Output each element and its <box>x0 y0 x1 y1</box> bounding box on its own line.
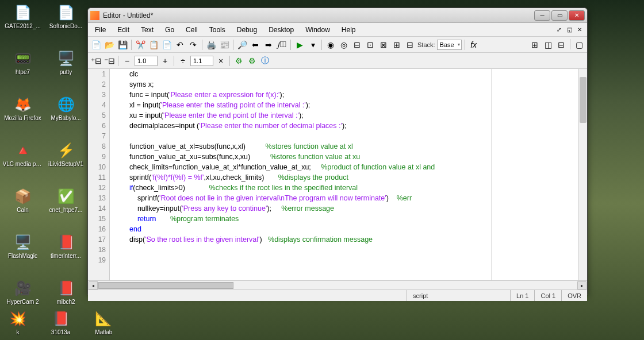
times-icon[interactable]: × <box>215 55 227 67</box>
code-line[interactable] <box>112 255 585 265</box>
desktop-icon[interactable]: 📄SoftonicDo... <box>44 1 87 47</box>
split-v-icon[interactable]: ⊟ <box>555 39 567 51</box>
scroll-right-icon[interactable]: ▸ <box>577 281 586 289</box>
dock-icon[interactable]: ⤢ <box>555 26 563 34</box>
vertical-scrollbar[interactable] <box>578 69 587 280</box>
stack-combo[interactable]: Base <box>437 40 462 50</box>
clear-bp-icon[interactable]: ◎ <box>338 39 350 51</box>
go-back-icon[interactable]: ⬅ <box>250 39 261 51</box>
code-line[interactable]: sprintf('f(%f)*f(%f) = %f',xl,xu,check_l… <box>112 172 585 183</box>
menu-text[interactable]: Text <box>135 24 159 36</box>
code-line[interactable]: func = input('Please enter a expression … <box>112 90 585 100</box>
run-advance-icon[interactable]: ▾ <box>307 39 319 51</box>
exit-debug-icon[interactable]: ⊟ <box>404 39 416 51</box>
minimize-button[interactable]: ─ <box>534 10 550 21</box>
step-out-icon[interactable]: ⊠ <box>378 39 389 51</box>
zoom-input-2[interactable] <box>190 56 213 66</box>
run-icon[interactable]: ▶ <box>294 39 305 51</box>
step-icon[interactable]: ⊟ <box>351 39 363 51</box>
desktop-icon[interactable]: 📕31013a <box>51 307 70 335</box>
line-number[interactable]: 7 <box>88 131 109 141</box>
line-number[interactable]: 10 <box>88 162 109 172</box>
desktop-icon[interactable]: 📟htpe7 <box>1 47 44 93</box>
breakpoint-icon[interactable]: ◉ <box>325 39 336 51</box>
code-line[interactable]: function_value_at_xl=subs(func,x,xl) %st… <box>112 141 585 152</box>
code-line[interactable] <box>112 245 585 255</box>
continue-icon[interactable]: ⊞ <box>391 39 402 51</box>
close-button[interactable]: ✕ <box>569 10 585 21</box>
new-file-icon[interactable]: 📄 <box>90 39 102 51</box>
menu-cell[interactable]: Cell <box>180 24 204 36</box>
menu-help[interactable]: Help <box>336 24 362 36</box>
hscroll-thumb[interactable] <box>98 282 233 289</box>
desktop-icon[interactable]: 🖥️putty <box>44 47 87 93</box>
desktop-icon[interactable]: 🔺VLC media player <box>1 139 44 185</box>
line-number[interactable]: 5 <box>88 110 109 121</box>
code-line[interactable]: nullkey=input('Press any key to continue… <box>112 203 585 214</box>
code-line[interactable]: decimalplaces=input ('Please enter the n… <box>112 121 585 131</box>
desktop-icon[interactable]: 📕timerinterr... <box>44 231 87 277</box>
menu-file[interactable]: File <box>89 24 112 36</box>
code-line[interactable] <box>112 131 585 141</box>
cell-remove-icon[interactable]: ⁻⊟ <box>103 55 115 67</box>
desktop-icon[interactable]: 📄GATE2012_... <box>1 1 44 47</box>
function-icon[interactable]: 𝑓◫ <box>276 39 288 51</box>
line-number[interactable]: 2 <box>88 79 109 90</box>
code-line[interactable]: if(check_limits>0) %checks if the root l… <box>112 183 585 193</box>
desktop-icon[interactable]: 🌐MyBabylo... <box>44 93 87 139</box>
close-doc-icon[interactable]: ✕ <box>576 26 584 34</box>
scroll-thumb[interactable] <box>580 77 586 123</box>
line-number[interactable]: 9 <box>88 152 109 162</box>
desktop-icon[interactable]: 📦Cain <box>1 185 44 231</box>
code-line[interactable]: sprintf('Root does not lie in the given … <box>112 193 585 203</box>
code-line[interactable]: clc <box>112 69 585 79</box>
eval-cell-icon[interactable]: ⚙ <box>233 55 244 67</box>
menu-debug[interactable]: Debug <box>231 24 263 36</box>
open-file-icon[interactable]: 📂 <box>103 39 115 51</box>
desktop-icon[interactable]: 🖥️FlashMagic <box>1 231 44 277</box>
cut-icon[interactable]: ✂️ <box>135 39 146 51</box>
line-number[interactable]: 13 <box>88 193 109 203</box>
line-number[interactable]: 18 <box>88 245 109 255</box>
title-bar[interactable]: Editor - Untitled* ─ ▭ ✕ <box>88 8 587 23</box>
line-number[interactable]: 15 <box>88 214 109 224</box>
line-number[interactable]: 17 <box>88 234 109 245</box>
menu-desktop[interactable]: Desktop <box>263 24 300 36</box>
eval-advance-icon[interactable]: ⚙ <box>246 55 258 67</box>
save-icon[interactable]: 💾 <box>117 39 128 51</box>
line-number[interactable]: 14 <box>88 203 109 214</box>
code-line[interactable]: function_value_at_xu=subs(func,x,xu) %st… <box>112 152 585 162</box>
code-line[interactable]: xu = input('Please enter the end point o… <box>112 110 585 121</box>
menu-edit[interactable]: Edit <box>112 24 135 36</box>
paste-icon[interactable]: 📄 <box>161 39 172 51</box>
line-number[interactable]: 4 <box>88 100 109 110</box>
desktop-icon[interactable]: 📐Matlab <box>94 307 113 335</box>
step-in-icon[interactable]: ⊡ <box>365 39 376 51</box>
code-line[interactable]: end <box>112 224 585 234</box>
line-number[interactable]: 6 <box>88 121 109 131</box>
undock-icon[interactable]: ◱ <box>565 26 573 34</box>
cell-add-icon[interactable]: ⁺⊟ <box>90 55 102 67</box>
desktop-icon[interactable]: ✅cnet_htpe7... <box>44 185 87 231</box>
info-icon[interactable]: ⓘ <box>259 55 271 67</box>
line-number[interactable]: 1 <box>88 69 109 79</box>
line-number[interactable]: 3 <box>88 90 109 100</box>
line-number[interactable]: 8 <box>88 141 109 152</box>
desktop-icon[interactable]: ⚡iLividSetupV1 <box>44 139 87 185</box>
fx-icon[interactable]: fx <box>468 39 480 51</box>
maximize-button[interactable]: ▭ <box>551 10 568 21</box>
code-line[interactable]: check_limits=function_value_at_xl*functi… <box>112 162 585 172</box>
redo-icon[interactable]: ↷ <box>187 39 199 51</box>
code-line[interactable]: disp('So the root lies in the given inte… <box>112 234 585 245</box>
menu-go[interactable]: Go <box>159 24 180 36</box>
line-number[interactable]: 16 <box>88 224 109 234</box>
line-number[interactable]: 12 <box>88 183 109 193</box>
split-h-icon[interactable]: ◫ <box>542 39 554 51</box>
code-line[interactable]: return %program terminates <box>112 214 585 224</box>
line-number[interactable]: 11 <box>88 172 109 183</box>
horizontal-scrollbar[interactable]: ◂ ▸ <box>88 280 587 289</box>
menu-window[interactable]: Window <box>300 24 336 36</box>
go-forward-icon[interactable]: ➡ <box>263 39 274 51</box>
print-preview-icon[interactable]: 📰 <box>218 39 230 51</box>
divide-icon[interactable]: ÷ <box>177 55 189 67</box>
